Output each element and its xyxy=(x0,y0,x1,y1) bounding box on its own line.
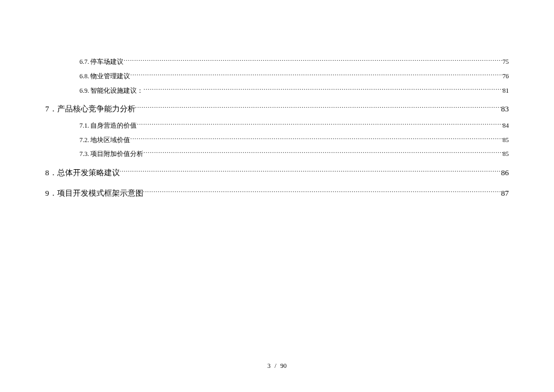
toc-dots xyxy=(123,58,502,64)
current-page: 3 xyxy=(267,362,270,369)
toc-main-entry: 7．产品核心竞争能力分析 83 xyxy=(45,102,509,116)
toc-entry-label: 7.2. 地块区域价值 xyxy=(79,135,130,146)
toc-dots xyxy=(130,135,502,142)
toc-page-num: 87 xyxy=(501,186,509,200)
toc-dots xyxy=(143,188,502,196)
toc-dots xyxy=(143,86,502,93)
toc-entry-label: 6.7. 停车场建议 xyxy=(79,57,123,67)
toc-entry-label: 7．产品核心竞争能力分析 xyxy=(45,102,135,116)
toc-sub-entry: 7.3. 项目附加价值分析 85 xyxy=(45,149,509,160)
toc-page-num: 76 xyxy=(503,72,509,82)
toc-dots xyxy=(130,72,502,78)
toc-sub-entry: 7.1. 自身营造的价值 84 xyxy=(45,121,509,131)
toc-entry-label: 9．项目开发模式框架示意图 xyxy=(45,186,143,200)
toc-main-entry: 9．项目开发模式框架示意图 87 xyxy=(45,186,509,200)
toc-entry-label: 8．总体开发策略建议 xyxy=(45,166,120,179)
toc-sub-entry: 6.7. 停车场建议 75 xyxy=(45,57,509,67)
toc-dots xyxy=(143,150,502,157)
toc-page-num: 81 xyxy=(503,86,509,96)
toc-entry-label: 7.3. 项目附加价值分析 xyxy=(79,149,143,160)
toc-page-num: 86 xyxy=(501,166,509,179)
toc-dots xyxy=(137,121,502,128)
toc-sub-entry: 6.8. 物业管理建议 76 xyxy=(45,72,509,82)
toc-main-entry: 8．总体开发策略建议 86 xyxy=(45,166,509,179)
toc-entry-label: 6.8. 物业管理建议 xyxy=(79,72,130,82)
page-separator: / xyxy=(275,362,276,369)
toc-container: 6.7. 停车场建议 75 6.8. 物业管理建议 76 6.9. 智能化设施建… xyxy=(45,57,509,200)
toc-entry-label: 6.9. 智能化设施建议： xyxy=(79,86,143,96)
total-pages: 90 xyxy=(280,362,287,369)
toc-entry-label: 7.1. 自身营造的价值 xyxy=(79,121,137,131)
toc-page-num: 83 xyxy=(501,102,509,116)
toc-dots xyxy=(120,167,502,175)
toc-dots xyxy=(135,104,502,111)
toc-page-num: 85 xyxy=(503,135,509,146)
toc-sub-entry: 6.9. 智能化设施建议： 81 xyxy=(45,86,509,96)
toc-page-num: 85 xyxy=(503,149,509,160)
toc-page-num: 75 xyxy=(503,57,509,67)
toc-page-num: 84 xyxy=(503,121,509,131)
page-footer: 3 / 90 xyxy=(0,362,554,369)
toc-sub-entry: 7.2. 地块区域价值 85 xyxy=(45,135,509,146)
